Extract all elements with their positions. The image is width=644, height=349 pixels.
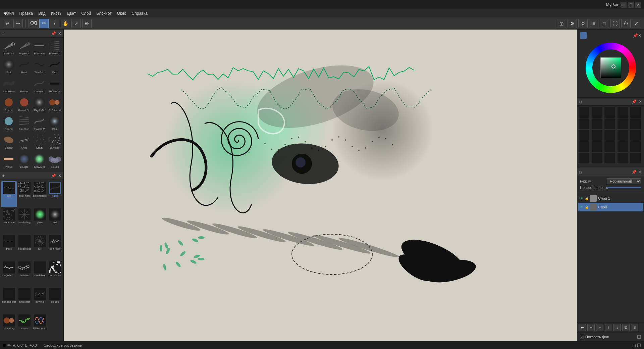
fullscreen-button[interactable]: ⛶: [610, 19, 620, 28]
brush-knife[interactable]: Knife: [17, 133, 32, 151]
brush-soft2[interactable]: soft: [48, 208, 62, 234]
brush-glow[interactable]: glow: [32, 208, 47, 234]
rb-13[interactable]: [604, 130, 615, 141]
status-icon-1[interactable]: □: [633, 343, 636, 348]
brush-smear[interactable]: Smear: [1, 133, 16, 151]
close-panel1-icon[interactable]: ✕: [58, 31, 61, 36]
brush-pen[interactable]: Pen: [47, 58, 62, 76]
layer1-visibility-icon[interactable]: 👁: [579, 196, 583, 201]
brush-blur[interactable]: Blur: [47, 114, 62, 133]
rb-1[interactable]: [579, 107, 589, 118]
show-bg-extra-icon[interactable]: ☐: [637, 334, 641, 340]
layer2-visibility-icon[interactable]: 👁: [579, 205, 583, 209]
rb-2[interactable]: [592, 107, 602, 118]
rb-7[interactable]: [592, 118, 602, 129]
brush-1px[interactable]: 1px: [1, 181, 17, 207]
brush-soft-irreg[interactable]: soft-irreg: [48, 234, 62, 260]
brush-pick-drag[interactable]: pick-drag: [1, 314, 17, 340]
menu-brush[interactable]: Кисть: [48, 10, 64, 16]
brush-hard-blot[interactable]: hard-blot: [17, 287, 32, 313]
brush-pixel-hard[interactable]: pixel-hard: [17, 181, 32, 207]
brush-leaves[interactable]: leaves: [17, 314, 32, 340]
brush-clouds[interactable]: Clouds: [47, 152, 62, 170]
color-wheel[interactable]: [584, 41, 638, 95]
brush-speed-blot[interactable]: speed-blot: [17, 234, 32, 260]
close-layers-icon[interactable]: ✕: [639, 170, 642, 174]
menu-view[interactable]: Вид: [36, 10, 48, 16]
layer-item-2[interactable]: 👁 🔒 Слой: [578, 203, 643, 211]
canvas-area[interactable]: [64, 30, 577, 341]
rb-17[interactable]: [592, 141, 602, 152]
add-layer-button[interactable]: +: [587, 324, 595, 331]
transform-button[interactable]: ⤢: [71, 19, 81, 28]
rb-22[interactable]: [592, 153, 602, 163]
brush-soft[interactable]: Soft: [1, 58, 16, 76]
symmetry-button[interactable]: ❋: [82, 19, 92, 28]
layer1-lock-icon[interactable]: 🔒: [585, 197, 589, 200]
brush-glowairb[interactable]: GlowAirb: [32, 152, 47, 170]
brush-classic-p[interactable]: Classic P.: [32, 114, 47, 133]
pin-rb-icon[interactable]: 📌: [632, 99, 637, 104]
show-bg-checkbox[interactable]: ✓: [580, 335, 584, 339]
brush-hard[interactable]: Hard: [17, 58, 32, 76]
close-panel2-icon[interactable]: ✕: [58, 173, 61, 178]
rb-9[interactable]: [618, 118, 628, 129]
rb-10[interactable]: [630, 118, 641, 129]
menu-color[interactable]: Цвет: [64, 10, 78, 16]
minimize-button[interactable]: —: [621, 2, 627, 8]
brush-p-sketch[interactable]: P. Sketch: [47, 39, 62, 57]
brush-marker[interactable]: Marker: [17, 77, 32, 95]
menu-window[interactable]: Окно: [114, 10, 129, 16]
brush-fur[interactable]: fur: [32, 234, 47, 260]
rb-11[interactable]: [579, 130, 589, 141]
rb-18[interactable]: [604, 141, 615, 152]
rb-14[interactable]: [618, 130, 628, 141]
brush-bigairb[interactable]: Big AirBr: [32, 96, 47, 114]
brush-hard-sting[interactable]: hard-sting: [17, 208, 32, 234]
erase-button[interactable]: ⌫: [29, 19, 38, 28]
rb-6[interactable]: [579, 118, 589, 129]
pin-color-icon[interactable]: 📌: [633, 33, 638, 38]
brush-irr-ink[interactable]: irregular-ink: [1, 261, 17, 287]
brush-spaced-blot[interactable]: spaced-blot: [1, 287, 17, 313]
layer2-lock-icon[interactable]: 🔒: [585, 205, 589, 209]
timer-button[interactable]: ⏱: [621, 19, 631, 28]
close-rb-icon[interactable]: ✕: [639, 99, 642, 104]
move-layer-up-button[interactable]: ↑: [605, 324, 612, 331]
close-button[interactable]: ✕: [635, 2, 641, 8]
color-selector-button[interactable]: ◎: [557, 19, 566, 28]
maximize-button[interactable]: ⤢: [632, 19, 641, 28]
brush-clouds2[interactable]: clouds: [48, 287, 62, 313]
redo-button[interactable]: ↪: [13, 19, 23, 28]
rb-16[interactable]: [579, 141, 589, 152]
pin-icon[interactable]: 📌: [51, 31, 56, 36]
rb-23[interactable]: [604, 153, 615, 163]
menu-help[interactable]: Справка: [129, 10, 150, 16]
brush-100op[interactable]: 100% Op.: [47, 77, 62, 95]
opacity-slider[interactable]: [607, 187, 641, 188]
brush-track[interactable]: track: [1, 234, 17, 260]
color-wheel-canvas[interactable]: [584, 41, 638, 95]
remove-layer-button[interactable]: −: [596, 324, 603, 331]
move-layer-down-button[interactable]: ↓: [613, 324, 621, 331]
layer-view-button[interactable]: □: [600, 19, 609, 28]
color-tab-active[interactable]: [580, 32, 587, 39]
brush-b-pencil[interactable]: B-Pencil: [1, 39, 16, 57]
device-settings-button[interactable]: ⚙: [568, 19, 577, 28]
rb-20[interactable]: [630, 141, 641, 152]
brush-round-bl[interactable]: Round Bl.: [17, 96, 32, 114]
menu-edit[interactable]: Правка: [17, 10, 36, 16]
brush-p-shade[interactable]: P. Shade: [32, 39, 47, 57]
brush-dnoise[interactable]: D.Noise: [47, 133, 62, 151]
brush-pastel[interactable]: Pastel: [1, 152, 16, 170]
restore-button[interactable]: ☐: [628, 2, 634, 8]
rb-12[interactable]: [592, 130, 602, 141]
brush-tool-button[interactable]: ✏: [39, 19, 49, 28]
brush-sewing[interactable]: sewing: [32, 287, 47, 313]
brush-penbrush[interactable]: PenBrush: [1, 77, 16, 95]
layer-back-button[interactable]: ⬅: [579, 324, 586, 331]
brush-crain[interactable]: Crain: [32, 133, 47, 151]
brush-bubble[interactable]: bubble: [17, 261, 32, 287]
app-settings-button[interactable]: ⚙: [578, 19, 588, 28]
brush-delayed[interactable]: Delayed: [32, 77, 47, 95]
